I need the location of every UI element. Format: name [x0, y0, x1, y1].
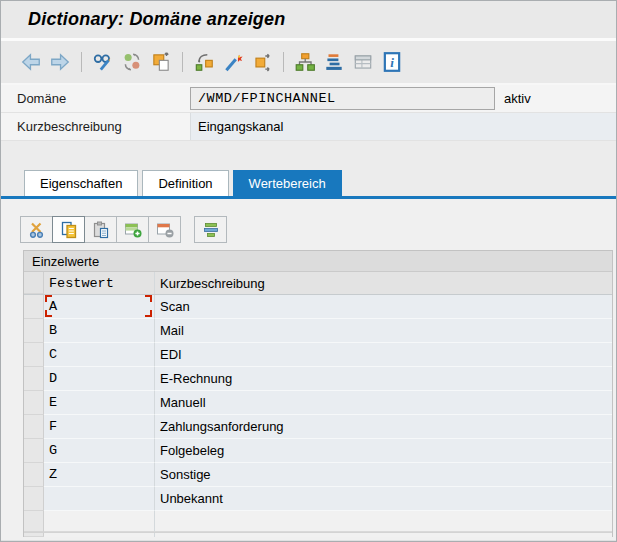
display-change-icon: [92, 51, 114, 73]
copy-object-button[interactable]: [149, 50, 173, 74]
domain-field[interactable]: /WMD/FPINCHANNEL: [190, 87, 495, 110]
where-used-icon: [251, 51, 273, 73]
domain-row: Domäne /WMD/FPINCHANNEL aktiv: [1, 85, 616, 113]
festwert-cell[interactable]: F: [44, 415, 155, 439]
kurzbeschreibung-column-header[interactable]: Kurzbeschreibung: [155, 272, 612, 294]
sort-list-button[interactable]: [322, 50, 346, 74]
info-icon: i: [381, 51, 403, 73]
festwert-cell[interactable]: [44, 487, 155, 511]
kurzbeschreibung-cell[interactable]: Sonstige: [155, 463, 612, 487]
kurzbeschreibung-cell[interactable]: EDI: [155, 343, 612, 367]
festwert-cell[interactable]: [44, 511, 155, 532]
table-row: AScan: [24, 295, 612, 319]
wertebereich-panel: Einzelwerte Festwert Kurzbeschreibung AS…: [1, 199, 616, 540]
table-column-header: Festwert Kurzbeschreibung: [24, 272, 612, 295]
domain-label: Domäne: [1, 91, 190, 106]
kurzbeschreibung-cell[interactable]: Unbekannt: [155, 487, 612, 511]
row-selector[interactable]: [24, 439, 44, 463]
partial-row: [24, 532, 612, 537]
festwert-cell[interactable]: G: [44, 439, 155, 463]
header-form: Domäne /WMD/FPINCHANNEL aktiv Kurzbeschr…: [1, 85, 616, 141]
paste-button[interactable]: [84, 216, 117, 243]
insert-row-icon: [123, 220, 143, 240]
cut-icon: [27, 220, 47, 240]
back-button[interactable]: [19, 50, 43, 74]
svg-text:i: i: [390, 55, 394, 70]
sort-list-icon: [323, 51, 345, 73]
row-selector[interactable]: [24, 463, 44, 487]
short-description-field[interactable]: Eingangskanal: [190, 113, 616, 140]
kurzbeschreibung-cell[interactable]: Folgebeleg: [155, 439, 612, 463]
table-row: CEDI: [24, 343, 612, 367]
table-row: EManuell: [24, 391, 612, 415]
hierarchy-button[interactable]: [293, 50, 317, 74]
festwert-column-header[interactable]: Festwert: [44, 272, 155, 294]
row-selector[interactable]: [24, 343, 44, 367]
section-title: Einzelwerte: [24, 251, 612, 272]
kurzbeschreibung-cell[interactable]: [155, 511, 612, 532]
delete-row-icon: [155, 220, 175, 240]
table-row: DE-Rechnung: [24, 367, 612, 391]
paste-icon: [91, 220, 111, 240]
einzelwerte-table: Einzelwerte Festwert Kurzbeschreibung AS…: [23, 250, 613, 537]
short-description-label: Kurzbeschreibung: [1, 119, 190, 134]
festwert-cell[interactable]: B: [44, 319, 155, 343]
festwert-cell[interactable]: D: [44, 367, 155, 391]
goto-object-button[interactable]: [192, 50, 216, 74]
row-selector[interactable]: [24, 367, 44, 391]
table-row: [24, 511, 612, 532]
festwert-cell[interactable]: C: [44, 343, 155, 367]
info-button[interactable]: i: [380, 50, 404, 74]
spacer: [1, 141, 616, 170]
table-row: GFolgebeleg: [24, 439, 612, 463]
row-selector[interactable]: [24, 295, 44, 319]
kurzbeschreibung-cell[interactable]: Zahlungsanforderung: [155, 415, 612, 439]
back-icon: [20, 51, 42, 73]
copy-object-icon: [150, 51, 172, 73]
tab-eigenschaften[interactable]: Eigenschaften: [24, 170, 138, 196]
refresh-icon: [121, 51, 143, 73]
festwert-cell[interactable]: A: [44, 295, 155, 319]
domain-status: aktiv: [504, 91, 531, 106]
hierarchy-icon: [294, 51, 316, 73]
table-row: Unbekannt: [24, 487, 612, 511]
tab-definition[interactable]: Definition: [142, 170, 228, 196]
kurzbeschreibung-cell[interactable]: E-Rechnung: [155, 367, 612, 391]
table-row: FZahlungsanforderung: [24, 415, 612, 439]
selector-column-header[interactable]: [24, 272, 44, 294]
sap-window: Dictionary: Domäne anzeigen: [0, 0, 617, 542]
kurzbeschreibung-cell[interactable]: Manuell: [155, 391, 612, 415]
insert-row-button[interactable]: [116, 216, 149, 243]
forward-button[interactable]: [48, 50, 72, 74]
cut-button[interactable]: [20, 216, 53, 243]
activate-button[interactable]: [221, 50, 245, 74]
main-toolbar: i: [1, 41, 616, 85]
row-selector[interactable]: [24, 511, 44, 532]
copy-button[interactable]: [52, 216, 85, 243]
tab-wertebereich[interactable]: Wertebereich: [233, 170, 342, 196]
table-settings-icon: [352, 51, 374, 73]
display-change-button[interactable]: [91, 50, 115, 74]
toolbar-separator: [81, 52, 82, 72]
row-selector[interactable]: [24, 319, 44, 343]
refresh-button[interactable]: [120, 50, 144, 74]
sort-values-button[interactable]: [194, 216, 227, 243]
row-selector[interactable]: [24, 487, 44, 511]
copy-icon: [59, 220, 79, 240]
table-settings-button[interactable]: [351, 50, 375, 74]
where-used-button[interactable]: [250, 50, 274, 74]
table-row: ZSonstige: [24, 463, 612, 487]
page-title: Dictionary: Domäne anzeigen: [28, 9, 285, 30]
toolbar-separator: [182, 52, 183, 72]
row-selector[interactable]: [24, 415, 44, 439]
short-description-row: Kurzbeschreibung Eingangskanal: [1, 113, 616, 141]
forward-icon: [49, 51, 71, 73]
kurzbeschreibung-cell[interactable]: Scan: [155, 295, 612, 319]
kurzbeschreibung-cell[interactable]: Mail: [155, 319, 612, 343]
row-selector[interactable]: [24, 391, 44, 415]
toolbar-separator: [283, 52, 284, 72]
festwert-cell[interactable]: Z: [44, 463, 155, 487]
delete-row-button[interactable]: [148, 216, 181, 243]
table-row: BMail: [24, 319, 612, 343]
festwert-cell[interactable]: E: [44, 391, 155, 415]
